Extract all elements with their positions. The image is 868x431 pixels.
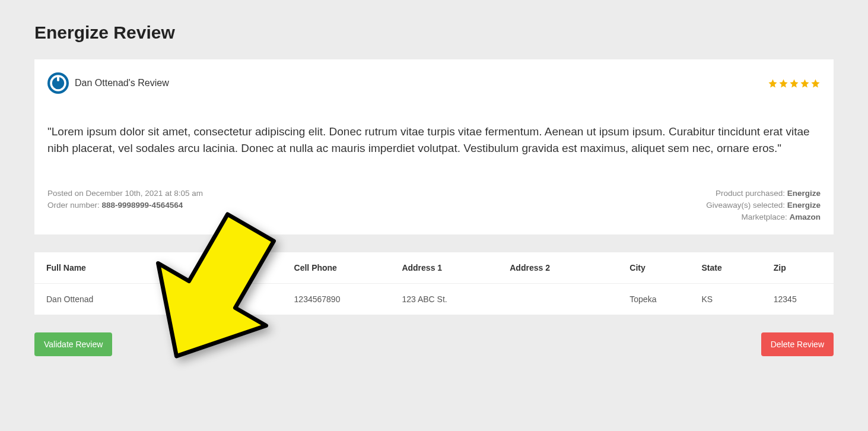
delete-review-button[interactable]: Delete Review <box>761 332 834 356</box>
star-icon <box>789 78 799 88</box>
order-number: 888-9998999-4564564 <box>102 201 183 210</box>
th-zip: Zip <box>762 252 834 284</box>
th-address2: Address 2 <box>498 252 618 284</box>
giveaway-value: Energize <box>787 201 821 210</box>
posted-on: Posted on December 10th, 2021 at 8:05 am <box>47 189 203 198</box>
details-table: Full Name Cell Phone Address 1 Address 2… <box>34 252 834 315</box>
order-label: Order number: <box>47 201 102 210</box>
svg-rect-2 <box>57 77 59 81</box>
td-address1: 123 ABC St. <box>390 284 498 315</box>
giveaway-label: Giveaway(s) selected: <box>706 201 787 210</box>
page-title: Energize Review <box>34 23 834 43</box>
th-city: City <box>618 252 689 284</box>
marketplace-label: Marketplace: <box>741 213 789 221</box>
th-cell-phone: Cell Phone <box>282 252 390 284</box>
td-state: KS <box>690 284 762 315</box>
th-address1: Address 1 <box>390 252 498 284</box>
reviewer-name: Dan Ottenad's Review <box>75 78 169 88</box>
order-number-line: Order number: 888-9998999-4564564 <box>47 201 203 210</box>
product-label: Product purchased: <box>716 189 787 198</box>
td-full-name: Dan Ottenad <box>34 284 282 315</box>
marketplace-line: Marketplace: Amazon <box>741 213 821 221</box>
validate-review-button[interactable]: Validate Review <box>34 332 112 356</box>
rating-stars <box>768 78 821 88</box>
review-body: "Lorem ipsum dolor sit amet, consectetur… <box>47 123 821 156</box>
product-line: Product purchased: Energize <box>716 189 821 198</box>
td-address2 <box>498 284 618 315</box>
posted-prefix: Posted on <box>47 189 86 198</box>
th-state: State <box>690 252 762 284</box>
review-meta: Posted on December 10th, 2021 at 8:05 am… <box>47 189 821 221</box>
product-value: Energize <box>787 189 821 198</box>
posted-date: December 10th, 2021 at 8:05 am <box>86 189 203 198</box>
review-header: Dan Ottenad's Review <box>47 72 821 94</box>
table-header-row: Full Name Cell Phone Address 1 Address 2… <box>34 252 834 284</box>
actions-row: Validate Review Delete Review <box>34 332 834 356</box>
td-zip: 12345 <box>762 284 834 315</box>
star-icon <box>768 78 778 88</box>
th-full-name: Full Name <box>34 252 282 284</box>
td-city: Topeka <box>618 284 689 315</box>
giveaway-line: Giveaway(s) selected: Energize <box>706 201 821 210</box>
star-icon <box>778 78 788 88</box>
table-row: Dan Ottenad 1234567890 123 ABC St. Topek… <box>34 284 834 315</box>
review-card: Dan Ottenad's Review "Lorem ipsum dolor … <box>34 59 834 234</box>
star-icon <box>800 78 810 88</box>
star-icon <box>810 78 821 88</box>
marketplace-value: Amazon <box>789 213 821 221</box>
avatar <box>47 72 69 94</box>
td-cell-phone: 1234567890 <box>282 284 390 315</box>
